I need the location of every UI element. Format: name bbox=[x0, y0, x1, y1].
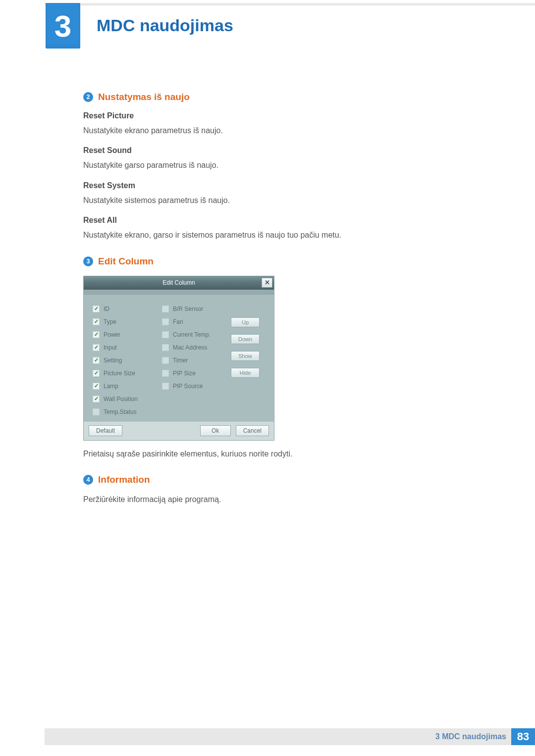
checkbox[interactable] bbox=[93, 370, 100, 377]
section-2-header: 2 Nustatymas iš naujo bbox=[83, 92, 470, 102]
checkbox-label: Power bbox=[104, 331, 120, 338]
checkbox-row[interactable]: Picture Size bbox=[93, 367, 159, 380]
checkbox[interactable] bbox=[93, 331, 100, 338]
checkbox-label: Picture Size bbox=[104, 370, 135, 377]
checkbox-row[interactable]: Lamp bbox=[93, 380, 159, 393]
checkbox-row[interactable]: Power bbox=[93, 328, 159, 341]
reset-system-heading: Reset System bbox=[83, 181, 470, 190]
checkbox[interactable] bbox=[162, 305, 169, 312]
checkbox-label: Current Temp. bbox=[173, 331, 211, 338]
dialog-title-bar: Edit Column ✕ bbox=[84, 276, 274, 290]
footer-page-number: 83 bbox=[511, 728, 535, 745]
dialog-side-buttons: Up Down Show Hide bbox=[229, 302, 261, 418]
dialog-title-text: Edit Column bbox=[162, 279, 195, 286]
reset-system-text: Nustatykite sistemos parametrus iš naujo… bbox=[83, 195, 470, 206]
checkbox-row[interactable]: Setting bbox=[93, 354, 159, 367]
checkbox-label: Temp.Status bbox=[104, 408, 137, 415]
checkbox-row[interactable]: Type bbox=[93, 315, 159, 328]
information-text: Peržiūrėkite informaciją apie programą. bbox=[83, 494, 470, 505]
dialog-body: IDTypePowerInputSettingPicture SizeLampW… bbox=[84, 295, 274, 421]
show-button[interactable]: Show bbox=[231, 351, 260, 361]
reset-picture-heading: Reset Picture bbox=[83, 111, 470, 120]
checkbox[interactable] bbox=[93, 408, 100, 415]
top-rule bbox=[45, 3, 535, 5]
section-number-badge: 4 bbox=[83, 475, 93, 485]
ok-button[interactable]: Ok bbox=[200, 425, 231, 436]
close-button[interactable]: ✕ bbox=[262, 278, 272, 288]
default-button[interactable]: Default bbox=[89, 425, 122, 436]
section-number-badge: 3 bbox=[83, 256, 93, 266]
checkbox[interactable] bbox=[93, 305, 100, 312]
checkbox-row[interactable]: Current Temp. bbox=[162, 328, 226, 341]
checkbox[interactable] bbox=[93, 318, 100, 325]
footer-prefix: 3 bbox=[435, 732, 440, 741]
checkbox-label: Setting bbox=[104, 357, 122, 364]
checkbox-row[interactable]: PIP Size bbox=[162, 367, 226, 380]
cancel-button[interactable]: Cancel bbox=[236, 425, 269, 436]
footer-label: 3 MDC naudojimas bbox=[435, 732, 506, 741]
checkbox-label: Type bbox=[104, 318, 116, 325]
checkbox[interactable] bbox=[162, 331, 169, 338]
checkbox-label: Timer bbox=[173, 357, 188, 364]
checkbox-label: PIP Size bbox=[173, 370, 196, 377]
checkbox[interactable] bbox=[162, 318, 169, 325]
section-title: Nustatymas iš naujo bbox=[98, 92, 190, 102]
reset-picture-text: Nustatykite ekrano parametrus iš naujo. bbox=[83, 125, 470, 136]
checkbox-label: Lamp bbox=[104, 383, 118, 390]
section-3-header: 3 Edit Column bbox=[83, 256, 470, 267]
reset-sound-heading: Reset Sound bbox=[83, 146, 470, 155]
footer-text-label: MDC naudojimas bbox=[442, 732, 506, 741]
section-title: Information bbox=[98, 474, 150, 485]
chapter-badge: 3 bbox=[46, 3, 80, 49]
checkbox[interactable] bbox=[162, 344, 169, 351]
checkbox[interactable] bbox=[93, 383, 100, 390]
hide-button[interactable]: Hide bbox=[231, 368, 260, 378]
checkbox-row[interactable]: Input bbox=[93, 341, 159, 354]
checkbox-row[interactable]: Fan bbox=[162, 315, 226, 328]
checkbox-label: PIP Source bbox=[173, 383, 203, 390]
reset-sound-text: Nustatykite garso parametrus iš naujo. bbox=[83, 160, 470, 171]
edit-column-caption: Prietaisų sąraše pasirinkite elementus, … bbox=[83, 449, 470, 459]
checkbox-column-left: IDTypePowerInputSettingPicture SizeLampW… bbox=[93, 302, 159, 418]
reset-all-text: Nustatykite ekrano, garso ir sistemos pa… bbox=[83, 230, 470, 241]
checkbox-row[interactable]: Timer bbox=[162, 354, 226, 367]
checkbox[interactable] bbox=[162, 370, 169, 377]
checkbox-column-right: B/R SensorFanCurrent Temp.Mac AddressTim… bbox=[162, 302, 226, 418]
checkbox-row[interactable]: ID bbox=[93, 302, 159, 315]
checkbox[interactable] bbox=[93, 357, 100, 364]
up-button[interactable]: Up bbox=[231, 317, 260, 327]
checkbox[interactable] bbox=[93, 396, 100, 403]
reset-all-heading: Reset All bbox=[83, 216, 470, 225]
checkbox-label: ID bbox=[104, 305, 109, 312]
checkbox[interactable] bbox=[162, 357, 169, 364]
section-4-header: 4 Information bbox=[83, 474, 470, 485]
checkbox-row[interactable]: PIP Source bbox=[162, 380, 226, 393]
dialog-strip bbox=[84, 290, 274, 295]
checkbox-row[interactable]: B/R Sensor bbox=[162, 302, 226, 315]
checkbox[interactable] bbox=[93, 344, 100, 351]
page-title: MDC naudojimas bbox=[97, 16, 233, 35]
down-button[interactable]: Down bbox=[231, 334, 260, 344]
checkbox-label: Mac Address bbox=[173, 344, 207, 351]
checkbox-row[interactable]: Mac Address bbox=[162, 341, 226, 354]
checkbox-label: Fan bbox=[173, 318, 183, 325]
section-title: Edit Column bbox=[98, 256, 154, 267]
edit-column-dialog: Edit Column ✕ IDTypePowerInputSettingPic… bbox=[83, 276, 274, 441]
dialog-footer: Default Ok Cancel bbox=[84, 421, 274, 440]
section-number-badge: 2 bbox=[83, 92, 93, 102]
checkbox-label: Wall Position bbox=[104, 396, 138, 403]
content-area: 2 Nustatymas iš naujo Reset Picture Nust… bbox=[83, 92, 470, 505]
checkbox-row[interactable]: Wall Position bbox=[93, 393, 159, 405]
checkbox-label: B/R Sensor bbox=[173, 305, 203, 312]
footer-bar: 3 MDC naudojimas 83 bbox=[45, 728, 535, 745]
checkbox-row[interactable]: Temp.Status bbox=[93, 405, 159, 418]
checkbox[interactable] bbox=[162, 383, 169, 390]
close-icon: ✕ bbox=[265, 276, 270, 289]
checkbox-label: Input bbox=[104, 344, 117, 351]
